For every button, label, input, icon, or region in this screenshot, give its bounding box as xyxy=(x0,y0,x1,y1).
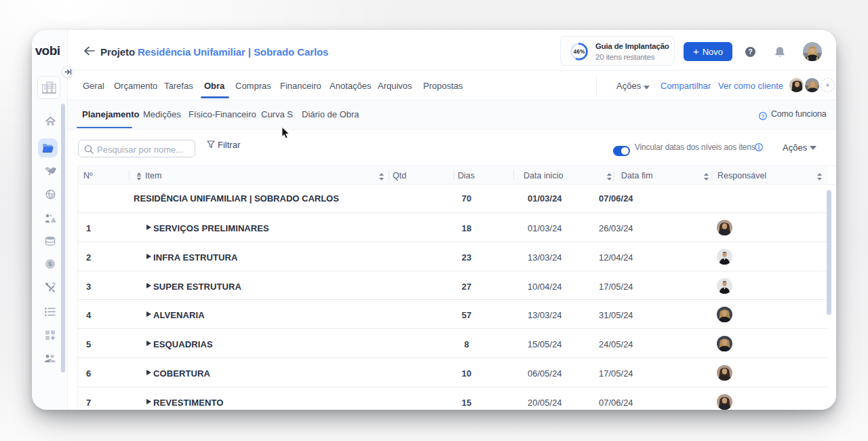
svg-text:$: $ xyxy=(48,260,52,267)
svg-text:46%: 46% xyxy=(574,48,585,55)
svg-text:?: ? xyxy=(762,113,765,119)
